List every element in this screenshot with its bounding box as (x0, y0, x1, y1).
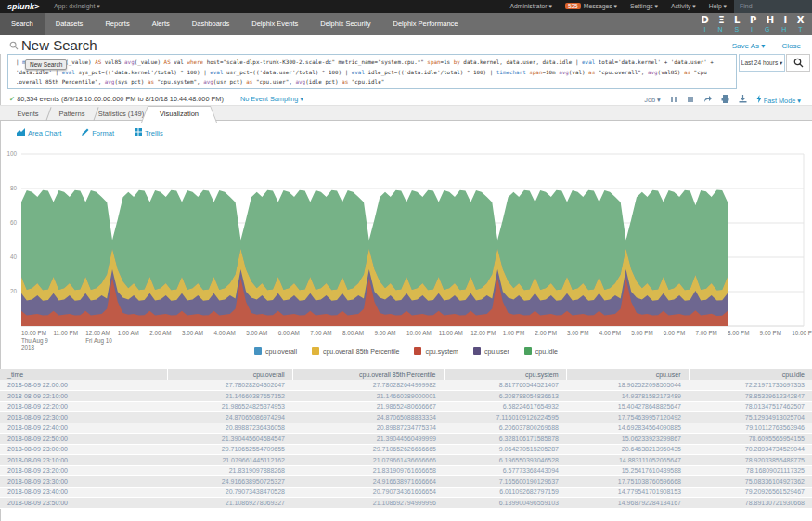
table-cell[interactable]: 2018-08-09 23:20:00 (0, 465, 167, 476)
tab-patterns[interactable]: Patterns (48, 106, 96, 122)
tab-visualization[interactable]: Visualization (141, 106, 217, 123)
table-cell[interactable]: 70.28934734529044 (689, 444, 812, 455)
table-cell[interactable]: 6.196550393046528 (444, 455, 566, 466)
tab-statistics-149-[interactable]: Statistics (149) (96, 106, 147, 122)
nav-item-delphix-events[interactable]: Delphix Events (240, 13, 309, 35)
nav-item-alerts[interactable]: Alerts (141, 13, 181, 35)
table-cell[interactable]: 21.108692794999996 (292, 498, 444, 509)
close-button[interactable]: Close (782, 42, 801, 50)
table-cell[interactable]: 27.780282644999982 (292, 380, 444, 391)
table-cell[interactable]: 21.390445604584547 (167, 434, 292, 445)
table-cell[interactable]: 27.78028264302647 (167, 380, 292, 391)
table-cell[interactable]: 79.20926561529467 (689, 487, 812, 498)
legend-item[interactable]: cpu.overall 85th Percentile (312, 347, 400, 355)
table-cell[interactable]: 24.87065086974294 (167, 412, 292, 423)
table-cell[interactable]: 14.692834564090885 (566, 423, 689, 434)
trellis-button[interactable]: Trellis (135, 128, 163, 137)
legend-item[interactable]: cpu.system (414, 347, 458, 355)
column-header-cpu-overall[interactable]: cpu.overall (167, 369, 292, 380)
topbar-menu-settings[interactable]: Settings ▾ (630, 3, 658, 10)
splunk-logo[interactable]: splunk> (7, 2, 39, 11)
legend-item[interactable]: cpu.idle (524, 347, 558, 355)
search-mode-menu[interactable]: Fast Mode ▾ (756, 95, 801, 105)
table-cell[interactable]: 9.064270515205287 (444, 444, 566, 455)
table-cell[interactable]: 15.404278648825647 (566, 401, 689, 412)
nav-item-search[interactable]: Search (0, 13, 45, 35)
table-cell[interactable]: 6.139900496559103 (444, 498, 566, 509)
table-cell[interactable]: 6.011092682797159 (444, 487, 566, 498)
table-cell[interactable]: 14.883111052065647 (566, 455, 689, 466)
table-cell[interactable]: 2018-08-09 22:30:00 (0, 412, 167, 423)
table-cell[interactable]: 6.208788054836613 (444, 391, 566, 402)
topbar-menu-activity[interactable]: Activity ▾ (671, 3, 696, 10)
table-cell[interactable]: 20.79073438470528 (167, 487, 292, 498)
column-header-cpu-system[interactable]: cpu.system (444, 369, 566, 380)
table-cell[interactable]: 29.710652626666665 (292, 444, 444, 455)
export-icon[interactable] (739, 95, 747, 105)
table-cell[interactable]: 14.93781582173489 (566, 391, 689, 402)
table-cell[interactable]: 20.790734361666654 (292, 487, 444, 498)
table-cell[interactable]: 79.10112763563946 (689, 423, 812, 434)
tab-events[interactable]: Events (7, 106, 48, 122)
column-header-cpu-idle[interactable]: cpu.idle (689, 369, 812, 380)
nav-item-datasets[interactable]: Datasets (45, 13, 95, 35)
table-cell[interactable]: 2018-08-09 22:20:00 (0, 401, 167, 412)
table-cell[interactable]: 2018-08-09 23:50:00 (0, 498, 167, 509)
table-cell[interactable]: 17.751038760596668 (566, 476, 689, 488)
table-cell[interactable]: 24.916638971666664 (292, 476, 444, 488)
topbar-menu-help[interactable]: Help ▾ (709, 3, 727, 10)
table-cell[interactable]: 78.89130721930668 (689, 498, 812, 509)
search-button[interactable] (786, 54, 810, 72)
legend-item[interactable]: cpu.user (473, 347, 509, 355)
table-cell[interactable]: 7.1160109126224595 (444, 412, 566, 423)
app-menu[interactable]: App: dxInsight ▾ (54, 3, 100, 10)
table-cell[interactable]: 2018-08-09 23:10:00 (0, 455, 167, 466)
table-cell[interactable]: 2018-08-09 22:00:00 (0, 380, 167, 391)
table-cell[interactable]: 14.968792284134167 (566, 498, 689, 509)
share-icon[interactable] (703, 95, 712, 105)
table-cell[interactable]: 24.916638950725327 (167, 476, 292, 488)
nav-item-reports[interactable]: Reports (94, 13, 140, 35)
table-cell[interactable]: 15.25417610439588 (566, 465, 689, 476)
table-cell[interactable]: 21.10869278069327 (167, 498, 292, 509)
topbar-menu-administrator[interactable]: Administrator ▾ (510, 3, 552, 10)
table-cell[interactable]: 24.87065088833334 (292, 412, 444, 423)
table-cell[interactable]: 14.779541701908153 (566, 487, 689, 498)
table-cell[interactable]: 21.079661445112162 (167, 455, 292, 466)
table-cell[interactable]: 2018-08-09 22:40:00 (0, 423, 167, 434)
time-range-picker[interactable]: Last 24 hours ▾ (739, 54, 785, 72)
table-cell[interactable]: 78.16809021117325 (689, 465, 812, 476)
nav-item-delphix-security[interactable]: Delphix Security (309, 13, 381, 35)
table-cell[interactable]: 21.831909761666658 (292, 465, 444, 476)
table-cell[interactable]: 21.14660387657152 (167, 391, 292, 402)
print-icon[interactable] (721, 95, 729, 105)
pause-icon[interactable] (670, 96, 677, 105)
table-cell[interactable]: 6.206037800269688 (444, 423, 566, 434)
save-as-button[interactable]: Save As ▾ (732, 42, 766, 50)
table-cell[interactable]: 7.165600190129637 (444, 476, 566, 488)
table-cell[interactable]: 72.21971735697353 (689, 380, 812, 391)
column-header--time[interactable]: _time (0, 369, 167, 380)
table-cell[interactable]: 2018-08-09 22:50:00 (0, 434, 167, 445)
table-cell[interactable]: 20.64638213950435 (566, 444, 689, 455)
event-sampling-menu[interactable]: No Event Sampling ▾ (240, 95, 303, 103)
job-menu[interactable]: Job ▾ (644, 96, 660, 104)
chart-type-button[interactable]: Area Chart (17, 128, 61, 137)
table-cell[interactable]: 20.89887234775374 (292, 423, 444, 434)
table-cell[interactable]: 6.328106171585878 (444, 434, 566, 445)
table-cell[interactable]: 21.079661436666666 (292, 455, 444, 466)
table-cell[interactable]: 2018-08-09 22:10:00 (0, 391, 167, 402)
table-cell[interactable]: 21.14660389000001 (292, 391, 444, 402)
table-cell[interactable]: 6.58224617654932 (444, 401, 566, 412)
table-cell[interactable]: 75.12934913025704 (689, 412, 812, 423)
column-header-cpu-overall-85th-Percentile[interactable]: cpu.overall 85th Percentile (292, 369, 444, 380)
table-cell[interactable]: 8.817760544521407 (444, 380, 566, 391)
table-cell[interactable]: 15.06233923299867 (566, 434, 689, 445)
table-cell[interactable]: 2018-08-09 23:40:00 (0, 487, 167, 498)
table-cell[interactable]: 78.85339612342847 (689, 391, 812, 402)
format-button[interactable]: Format (82, 128, 114, 137)
table-cell[interactable]: 2018-08-09 23:00:00 (0, 444, 167, 455)
table-cell[interactable]: 20.89887236436058 (167, 423, 292, 434)
table-cell[interactable]: 75.08336104927362 (689, 476, 812, 488)
search-query-input[interactable]: | mstats perc85(_value) AS val85 avg(_va… (7, 54, 737, 89)
